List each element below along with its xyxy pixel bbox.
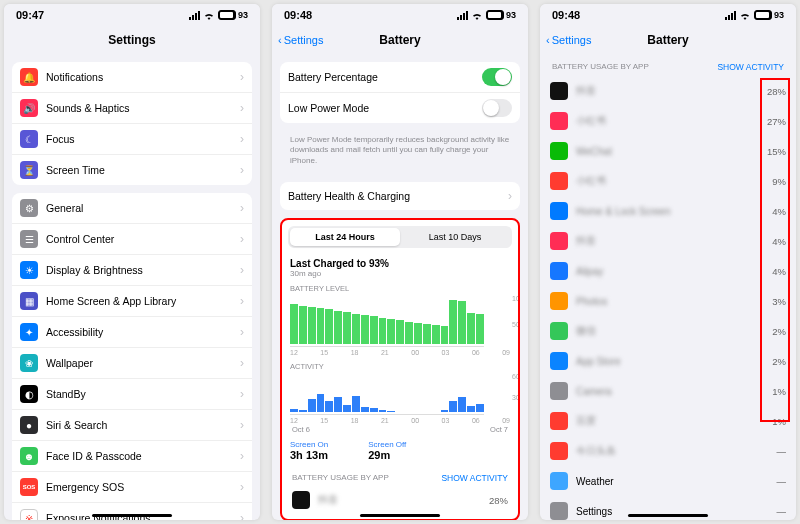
usage-row[interactable]: Home & Lock Screen4%	[540, 196, 796, 226]
usage-row[interactable]: WeChat15%	[540, 136, 796, 166]
app-percent: 1%	[758, 386, 786, 397]
status-bar: 09:48 93	[540, 4, 796, 26]
usage-row[interactable]: 小红书27%	[540, 106, 796, 136]
chevron-right-icon: ›	[240, 163, 244, 177]
seg-24h[interactable]: Last 24 Hours	[290, 228, 400, 246]
battery-icon: 93	[486, 10, 516, 20]
app-percent: 2%	[758, 356, 786, 367]
settings-row-screen-time[interactable]: ⏳Screen Time›	[12, 155, 252, 185]
row-icon: ☾	[20, 130, 38, 148]
settings-row-siri-search[interactable]: ●Siri & Search›	[12, 410, 252, 441]
app-icon	[550, 352, 568, 370]
app-name: 百度	[576, 414, 758, 428]
usage-row[interactable]: Photos3%	[540, 286, 796, 316]
battery-percentage-toggle[interactable]	[482, 68, 512, 86]
last-charged-sub: 30m ago	[290, 269, 510, 278]
usage-header: BATTERY USAGE BY APP	[552, 62, 649, 72]
back-button[interactable]: ‹ Settings	[546, 34, 591, 46]
settings-row-wallpaper[interactable]: ❀Wallpaper›	[12, 348, 252, 379]
show-activity-link[interactable]: SHOW ACTIVITY	[441, 473, 508, 483]
row-icon: ※	[20, 509, 38, 520]
page-title: Settings	[108, 33, 155, 47]
app-percent: 9%	[758, 176, 786, 187]
usage-row[interactable]: 小红书9%	[540, 166, 796, 196]
settings-row-notifications[interactable]: 🔔Notifications›	[12, 62, 252, 93]
chevron-right-icon: ›	[240, 263, 244, 277]
status-bar: 09:48 93	[272, 4, 528, 26]
usage-row[interactable]: Alipay4%	[540, 256, 796, 286]
page-title: Battery	[647, 33, 688, 47]
usage-row[interactable]: 百度1%	[540, 406, 796, 436]
usage-row[interactable]: 抖音28%	[540, 76, 796, 106]
settings-row-exposure-notifications[interactable]: ※Exposure Notifications›	[12, 503, 252, 520]
app-icon	[550, 412, 568, 430]
battery-health-row[interactable]: Battery Health & Charging ›	[280, 182, 520, 210]
battery-percentage-row[interactable]: Battery Percentage	[280, 62, 520, 93]
row-icon: ▦	[20, 292, 38, 310]
battery-icon: 93	[218, 10, 248, 20]
screenshot-battery: 09:48 93 ‹ Settings Battery Battery Perc…	[272, 4, 528, 520]
app-name: WeChat	[576, 146, 758, 157]
low-power-mode-toggle[interactable]	[482, 99, 512, 117]
settings-row-general[interactable]: ⚙General›	[12, 193, 252, 224]
usage-row[interactable]: 抖音4%	[540, 226, 796, 256]
settings-row-emergency-sos[interactable]: SOSEmergency SOS›	[12, 472, 252, 503]
home-indicator[interactable]	[92, 514, 172, 517]
page-title: Battery	[379, 33, 420, 47]
chevron-right-icon: ›	[240, 101, 244, 115]
settings-row-control-center[interactable]: ☰Control Center›	[12, 224, 252, 255]
app-icon	[550, 442, 568, 460]
chevron-right-icon: ›	[240, 418, 244, 432]
home-indicator[interactable]	[628, 514, 708, 517]
seg-10d[interactable]: Last 10 Days	[400, 228, 510, 246]
usage-row[interactable]: 今日头条—	[540, 436, 796, 466]
nav-bar: ‹ Settings Battery	[272, 26, 528, 54]
row-icon: ⚙	[20, 199, 38, 217]
row-icon: ☻	[20, 447, 38, 465]
cellular-icon	[457, 11, 468, 20]
settings-row-display-brightness[interactable]: ☀Display & Brightness›	[12, 255, 252, 286]
battery-level-chart	[290, 295, 484, 347]
low-power-mode-row[interactable]: Low Power Mode	[280, 93, 520, 123]
app-name: 微信	[576, 324, 758, 338]
chevron-right-icon: ›	[240, 201, 244, 215]
wifi-icon	[203, 11, 215, 20]
time-range-segmented[interactable]: Last 24 Hours Last 10 Days	[288, 226, 512, 248]
clock: 09:48	[284, 9, 312, 21]
back-button[interactable]: ‹ Settings	[278, 34, 323, 46]
settings-row-face-id-passcode[interactable]: ☻Face ID & Passcode›	[12, 441, 252, 472]
usage-row[interactable]: Camera1%	[540, 376, 796, 406]
usage-row[interactable]: App Store2%	[540, 346, 796, 376]
app-name: Weather	[576, 476, 758, 487]
app-percent: 2%	[758, 326, 786, 337]
nav-bar: Settings	[4, 26, 260, 54]
app-icon	[550, 82, 568, 100]
screen-off-stat: Screen Off 29m	[368, 440, 406, 461]
home-indicator[interactable]	[360, 514, 440, 517]
chevron-right-icon: ›	[240, 294, 244, 308]
settings-row-standby[interactable]: ◐StandBy›	[12, 379, 252, 410]
app-icon	[550, 502, 568, 520]
app-name: 抖音	[576, 234, 758, 248]
row-icon: ◐	[20, 385, 38, 403]
screenshot-usage: 09:48 93 ‹ Settings Battery BATTERY USAG…	[540, 4, 796, 520]
app-icon	[550, 262, 568, 280]
settings-row-accessibility[interactable]: ✦Accessibility›	[12, 317, 252, 348]
settings-row-home-screen-app-library[interactable]: ▦Home Screen & App Library›	[12, 286, 252, 317]
usage-row[interactable]: 微信2%	[540, 316, 796, 346]
wifi-icon	[739, 11, 751, 20]
battery-icon: 93	[754, 10, 784, 20]
app-percent: 4%	[758, 266, 786, 277]
show-activity-link[interactable]: SHOW ACTIVITY	[717, 62, 784, 72]
chevron-right-icon: ›	[240, 232, 244, 246]
usage-row[interactable]: 抖音 28%	[282, 485, 518, 515]
status-bar: 09:47 93	[4, 4, 260, 26]
app-name: Home & Lock Screen	[576, 206, 758, 217]
row-icon: 🔔	[20, 68, 38, 86]
app-name: Alipay	[576, 266, 758, 277]
chevron-right-icon: ›	[240, 480, 244, 494]
nav-bar: ‹ Settings Battery	[540, 26, 796, 54]
settings-row-sounds-haptics[interactable]: 🔊Sounds & Haptics›	[12, 93, 252, 124]
usage-row[interactable]: Weather—	[540, 466, 796, 496]
settings-row-focus[interactable]: ☾Focus›	[12, 124, 252, 155]
